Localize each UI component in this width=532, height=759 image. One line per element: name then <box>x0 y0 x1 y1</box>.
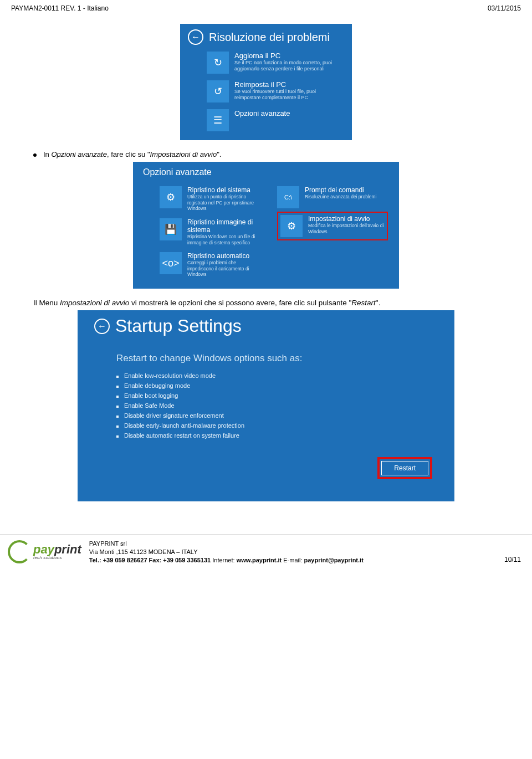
list-item: Enable Safe Mode <box>116 401 432 411</box>
screenshot-advanced-options: Opzioni avanzate ⚙ Ripristino del sistem… <box>133 162 399 289</box>
option-refresh-pc[interactable]: ↻ Aggiorna il PC Se il PC non funziona i… <box>180 48 352 77</box>
screenshot-header: Opzioni avanzate <box>133 162 399 181</box>
option-desc: Se il PC non funziona in modo corretto, … <box>234 60 334 73</box>
bullet-icon <box>33 153 37 157</box>
option-image-restore[interactable]: 💾 Ripristino immagine di sistema Riprist… <box>160 215 270 249</box>
list-item: Enable low-resolution video mode <box>116 371 432 381</box>
logo-text: payprint <box>33 543 81 556</box>
list-item: Enable debugging mode <box>116 381 432 391</box>
option-reset-pc[interactable]: ↺ Reimposta il PC Se vuoi rimuovere tutt… <box>180 77 352 106</box>
list-item: Enable boot logging <box>116 391 432 401</box>
screenshot-title: Risoluzione dei problemi <box>209 31 330 44</box>
back-icon[interactable]: ← <box>94 319 110 334</box>
option-desc: Utilizza un punto di ripristino registra… <box>187 194 262 212</box>
restart-button[interactable]: Restart <box>381 461 428 475</box>
auto-repair-icon: <o> <box>160 252 182 274</box>
option-desc: Modifica le impostazioni dell'avvio di W… <box>308 223 385 234</box>
option-title: Reimposta il PC <box>234 80 334 89</box>
startup-subtitle: Restart to change Windows options such a… <box>116 353 432 364</box>
image-restore-icon: 💾 <box>160 218 182 240</box>
system-restore-icon: ⚙ <box>160 186 182 208</box>
instruction-text: In Opzioni avanzate, fare clic su "Impos… <box>43 150 221 158</box>
screenshot-header: ← Risoluzione dei problemi <box>180 24 352 48</box>
instruction-2: Il Menu Impostazioni di avvio vi mostrer… <box>33 299 499 307</box>
option-desc: Risoluzuine avanzata dei problemi <box>305 194 376 200</box>
screenshot-header: ← Startup Settings <box>78 310 454 340</box>
back-icon[interactable]: ← <box>188 29 203 45</box>
list-item: Disable driver signature enforcement <box>116 411 432 420</box>
reset-pc-icon: ↺ <box>207 80 229 102</box>
logo-subtitle: tech solutions <box>33 556 81 560</box>
option-title: Ripristino del sistema <box>187 186 262 194</box>
advanced-options-icon: ☰ <box>207 109 229 131</box>
doc-date: 03/11/2015 <box>488 4 521 12</box>
startup-settings-icon: ⚙ <box>280 215 303 237</box>
startup-options-list: Enable low-resolution video mode Enable … <box>116 371 432 440</box>
page-header: PAYMAN2-0011 REV. 1 - Italiano 03/11/201… <box>0 0 532 15</box>
option-desc: Ripristina Windows con un file di immagi… <box>187 234 262 245</box>
list-item: Disable automatic restart on system fail… <box>116 430 432 440</box>
doc-id: PAYMAN2-0011 REV. 1 - Italiano <box>11 4 109 12</box>
list-item: Disable early-launch anti-malware protec… <box>116 420 432 430</box>
option-advanced[interactable]: ☰ Opzioni avanzate <box>180 106 352 140</box>
screenshot-troubleshoot: ← Risoluzione dei problemi ↻ Aggiorna il… <box>180 24 352 140</box>
company-address: Via Monti ,115 41123 MODENA – ITALY <box>89 548 497 556</box>
screenshot-startup-settings: ← Startup Settings Restart to change Win… <box>78 310 454 501</box>
screenshot-title: Opzioni avanzate <box>141 167 212 177</box>
page-footer: payprint tech solutions PAYPRINT srl Via… <box>0 535 532 569</box>
company-name: PAYPRINT srl <box>89 540 497 548</box>
screenshot-title: Startup Settings <box>115 316 242 336</box>
footer-info: PAYPRINT srl Via Monti ,115 41123 MODENA… <box>89 540 497 565</box>
option-command-prompt[interactable]: C:\ Prompt dei comandi Risoluzuine avanz… <box>277 183 388 212</box>
option-startup-settings[interactable]: ⚙ Impostazioni di avvio Modifica le impo… <box>277 212 388 240</box>
option-title: Aggiorna il PC <box>234 52 334 60</box>
page-content: ← Risoluzione dei problemi ↻ Aggiorna il… <box>0 15 532 501</box>
company-contact: Tel.: +39 059 826627 Fax: +39 059 336513… <box>89 556 497 565</box>
option-system-restore[interactable]: ⚙ Ripristino del sistema Utilizza un pun… <box>160 183 270 215</box>
option-title: Ripristino automatico <box>187 252 262 260</box>
instruction-1: In Opzioni avanzate, fare clic su "Impos… <box>33 150 499 158</box>
option-desc: Se vuoi rimuovere tutti i tuoi file, puo… <box>234 89 334 101</box>
payprint-logo: payprint tech solutions <box>8 540 81 563</box>
restart-highlight: Restart <box>377 457 432 479</box>
option-desc: Correggi i problemi che impediscono il c… <box>187 260 262 278</box>
option-title: Prompt dei comandi <box>305 186 376 194</box>
command-prompt-icon: C:\ <box>277 186 299 208</box>
refresh-pc-icon: ↻ <box>207 52 229 74</box>
logo-swirl-icon <box>8 540 31 563</box>
option-auto-repair[interactable]: <o> Ripristino automatico Correggi i pro… <box>160 249 270 281</box>
option-title: Impostazioni di avvio <box>308 215 385 223</box>
page-number: 10/11 <box>504 556 521 565</box>
option-title: Opzioni avanzate <box>234 109 290 117</box>
option-title: Ripristino immagine di sistema <box>187 218 262 234</box>
